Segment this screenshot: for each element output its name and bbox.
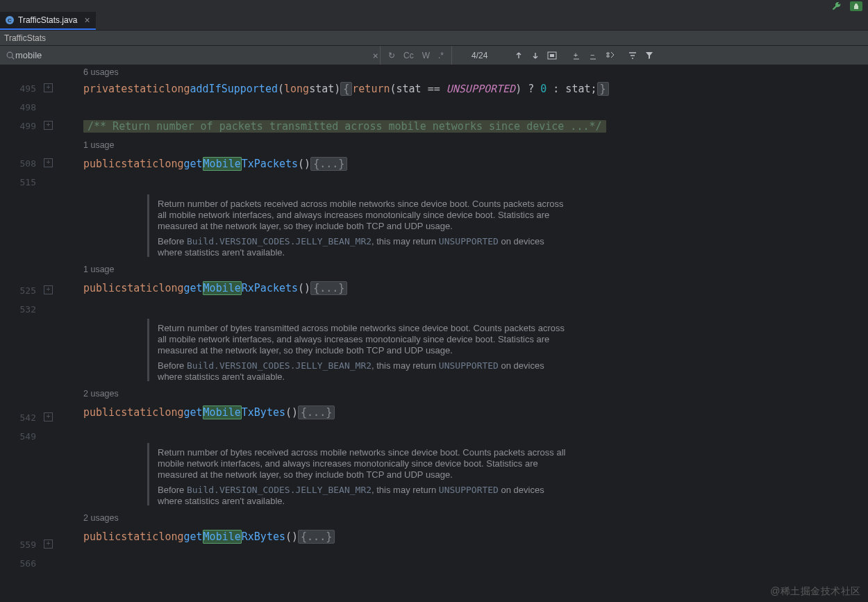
tab-trafficstats[interactable]: C TrafficStats.java × (0, 12, 96, 30)
code-line: private static long addIfSupported(long … (60, 79, 868, 98)
find-bar: × ↻ Cc W .* 4/24 + − (0, 46, 868, 65)
clear-search-icon[interactable]: × (372, 50, 380, 61)
status-icon[interactable] (850, 1, 862, 11)
line-number[interactable]: 495 (0, 79, 60, 98)
usage-hint[interactable]: 2 usages (60, 508, 868, 527)
javadoc-rendered: Return number of bytes transmitted acros… (147, 319, 575, 381)
svg-text:−: − (590, 51, 594, 59)
match-count: 4/24 (452, 51, 507, 60)
close-icon[interactable]: × (81, 15, 92, 26)
match-case-toggle[interactable]: Cc (400, 49, 417, 62)
line-number[interactable]: 542 (0, 408, 60, 427)
code-line (60, 98, 868, 117)
next-match-button[interactable] (528, 48, 543, 63)
code-line: public static long getMobileTxBytes() {.… (60, 403, 868, 421)
select-all-button[interactable] (544, 48, 560, 63)
usage-hint[interactable]: 6 usages (60, 65, 868, 79)
svg-point-0 (7, 52, 12, 58)
watermark: @稀土掘金技术社区 (770, 585, 861, 598)
line-number[interactable]: 508 (0, 154, 60, 173)
usage-hint[interactable]: 1 usage (60, 260, 868, 278)
select-all-occurrences-button[interactable] (603, 48, 618, 63)
line-number[interactable]: 549 (0, 427, 60, 446)
line-number[interactable]: 515 (0, 173, 60, 192)
filter-list-button[interactable] (625, 48, 640, 63)
gutter[interactable]: 495 498 499 508 515 525 532 542 549 559 … (0, 65, 60, 602)
java-file-icon: C (6, 16, 14, 24)
line-number[interactable]: 532 (0, 300, 60, 319)
title-bar (0, 0, 868, 12)
usage-hint[interactable]: 2 usages (60, 384, 868, 403)
javadoc-rendered: Return number of packets received across… (147, 194, 575, 257)
code-editor[interactable]: 495 498 499 508 515 525 532 542 549 559 … (0, 65, 868, 602)
tab-label: TrafficStats.java (18, 15, 77, 25)
svg-line-1 (12, 57, 14, 59)
search-history-icon[interactable]: ↻ (385, 49, 399, 62)
search-icon (6, 51, 15, 60)
wrench-icon[interactable] (832, 1, 842, 11)
add-selection-button[interactable]: + (569, 48, 585, 63)
breadcrumb[interactable]: TrafficStats (0, 31, 868, 46)
code-line: public static long getMobileRxBytes() {.… (60, 527, 868, 546)
usage-hint[interactable]: 1 usage (60, 135, 868, 154)
whole-word-toggle[interactable]: W (419, 49, 433, 62)
line-number[interactable]: 498 (0, 98, 60, 117)
code-line: public static long getMobileTxPackets() … (60, 154, 868, 173)
remove-selection-button[interactable]: − (586, 48, 601, 63)
regex-toggle[interactable]: .* (435, 49, 447, 62)
search-input[interactable] (15, 50, 372, 60)
line-number[interactable]: 525 (0, 281, 60, 300)
line-number[interactable]: 559 (0, 535, 60, 554)
line-number[interactable]: 499 (0, 117, 60, 135)
svg-rect-3 (550, 54, 554, 57)
code-line: /** Return number of packets transmitted… (60, 117, 868, 135)
editor-tabs: C TrafficStats.java × (0, 12, 868, 31)
filter-button[interactable] (642, 48, 657, 63)
code-area[interactable]: 6 usages private static long addIfSuppor… (60, 65, 868, 602)
javadoc-rendered: Return number of bytes received across m… (147, 443, 575, 505)
code-line: public static long getMobileRxPackets() … (60, 278, 868, 297)
svg-text:+: + (574, 51, 578, 59)
line-number[interactable]: 566 (0, 554, 60, 573)
prev-match-button[interactable] (511, 48, 526, 63)
